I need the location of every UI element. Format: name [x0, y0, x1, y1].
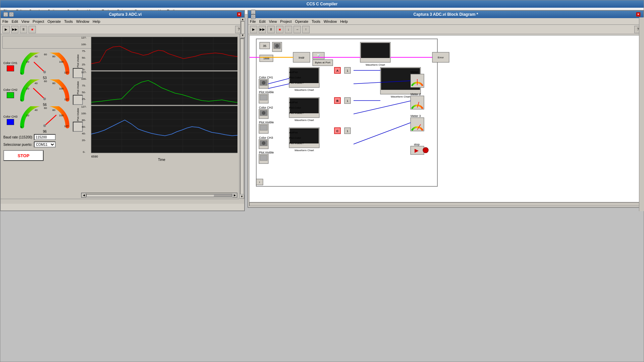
bd-minimize-btn[interactable]: _: [251, 10, 256, 14]
bd-scrollbar-h[interactable]: [249, 202, 642, 206]
fp-maximize-btn[interactable]: □: [9, 12, 14, 17]
bd-menu-view[interactable]: View: [269, 19, 277, 23]
bd-title: Captura 3 ADC.vi Block Diagram *: [414, 12, 478, 17]
fp-win-buttons: _ □: [3, 12, 14, 17]
bd-close-btn[interactable]: ✕: [636, 12, 641, 17]
svg-text:ActPlot: ActPlot: [289, 101, 298, 104]
svg-point-81: [275, 44, 279, 48]
bd-maximize-btn[interactable]: □: [251, 14, 256, 19]
svg-text:75-: 75-: [82, 50, 86, 53]
svg-text:20: 20: [26, 87, 29, 90]
fp-menubar: File Edit View Project Operate Tools Win…: [1, 18, 244, 25]
scroll-right-btn[interactable]: ▶: [232, 193, 237, 197]
scroll-left-btn[interactable]: ◀: [82, 193, 86, 197]
bd-pause-btn[interactable]: ⏸: [267, 26, 275, 33]
bd-menu-file[interactable]: File: [250, 19, 256, 23]
svg-point-26: [43, 124, 46, 127]
fp-run-cont-btn[interactable]: ▶▶: [11, 26, 18, 33]
fp-menu-project[interactable]: Project: [33, 19, 44, 23]
bd-win-buttons-left: _ □: [251, 10, 256, 19]
stop-button[interactable]: STOP: [3, 150, 44, 161]
bd-step-into-btn[interactable]: ↓: [285, 26, 292, 33]
color-ch2-box[interactable]: [7, 92, 14, 98]
svg-rect-76: [256, 39, 437, 186]
color-ch3-box[interactable]: [7, 119, 14, 125]
svg-text:20: 20: [26, 114, 29, 117]
bd-menu-edit[interactable]: Edit: [259, 19, 266, 23]
fp-menu-edit[interactable]: Edit: [12, 19, 18, 23]
fp-menu-view[interactable]: View: [21, 19, 30, 23]
fp-menu-help[interactable]: Help: [93, 19, 100, 23]
svg-text:100-: 100-: [81, 43, 87, 46]
svg-text:Plot.Color: Plot.Color: [289, 136, 301, 139]
fp-stop-btn[interactable]: ■: [29, 26, 36, 33]
bd-menu-operate[interactable]: Operate: [295, 19, 309, 23]
svg-line-172: [354, 101, 411, 114]
bd-menu-help[interactable]: Help: [340, 19, 348, 23]
svg-line-116: [268, 84, 289, 88]
svg-text:Meter: Meter: [411, 70, 418, 74]
svg-text:40: 40: [35, 82, 38, 85]
svg-text:Instr: Instr: [299, 56, 305, 59]
fp-minimize-btn[interactable]: _: [3, 12, 8, 17]
fp-scrollbar-h[interactable]: [1, 199, 239, 204]
port-select[interactable]: COM11: [34, 141, 56, 147]
chart-scrollbar-h[interactable]: ◀ ▶: [81, 193, 237, 198]
baud-rate-input[interactable]: [34, 134, 56, 140]
svg-text:Color CH2: Color CH2: [259, 106, 273, 109]
svg-point-8: [43, 71, 46, 73]
fp-scroll-icon: ▲: [241, 18, 244, 21]
svg-text:25-: 25-: [82, 98, 86, 101]
svg-text:60: 60: [44, 53, 47, 56]
svg-text:Waveform Chart: Waveform Chart: [294, 88, 314, 92]
svg-text:80: 80: [52, 109, 55, 112]
svg-text:Meter 2: Meter 2: [411, 93, 421, 96]
fp-run-btn[interactable]: ▶: [2, 26, 10, 33]
svg-text:stop: stop: [414, 143, 420, 146]
bd-win-buttons-right: ✕: [636, 12, 641, 17]
svg-text:35: 35: [263, 44, 266, 48]
bd-step-out-btn[interactable]: ↑: [302, 26, 310, 33]
v-scroll-track: [240, 39, 244, 194]
fp-scrollbar-mini[interactable]: ▲ ▼: [240, 17, 245, 38]
fp-close-btn[interactable]: ✕: [237, 12, 241, 17]
bd-menubar: File Edit View Project Operate Tools Win…: [248, 18, 643, 25]
svg-text:Plot.Visible?: Plot.Visible?: [289, 142, 304, 145]
color-ch1-box[interactable]: [7, 65, 14, 71]
bd-run-btn[interactable]: ▶: [250, 26, 257, 33]
svg-text:Error: Error: [438, 56, 444, 59]
svg-text:1: 1: [346, 69, 348, 72]
svg-text:50-: 50-: [82, 56, 86, 59]
baud-rate-row: Baud rate (115200): [3, 134, 56, 140]
svg-text:Waveform Chart: Waveform Chart: [294, 149, 314, 152]
fp-menu-tools[interactable]: Tools: [64, 19, 73, 23]
scroll-down-btn[interactable]: ▼: [240, 194, 244, 199]
bd-menu-tools[interactable]: Tools: [312, 19, 320, 23]
bd-stop-btn[interactable]: ■: [276, 26, 283, 33]
scroll-thumb[interactable]: [214, 194, 232, 196]
bd-menu-project[interactable]: Project: [280, 19, 291, 23]
fp-menu-operate[interactable]: Operate: [48, 19, 61, 23]
svg-text:Color CH3: Color CH3: [259, 136, 273, 139]
svg-text:20: 20: [26, 60, 29, 63]
fp-menu-file[interactable]: File: [2, 19, 8, 23]
fp-scrollbar-v[interactable]: ▲ ▼: [239, 34, 244, 199]
svg-text:80: 80: [52, 82, 55, 85]
color-ch3-label: Color CH3: [3, 115, 17, 125]
bd-menu-window[interactable]: Window: [324, 19, 337, 23]
svg-line-173: [354, 123, 411, 144]
bd-step-over-btn[interactable]: →: [293, 26, 301, 33]
fp-menu-window[interactable]: Window: [76, 19, 89, 23]
svg-line-25: [45, 115, 56, 126]
svg-text:0: 0: [20, 72, 22, 75]
bd-run-cont-btn[interactable]: ▶▶: [259, 26, 266, 33]
waveform-chart-area: 127- 100- 75- 50- 25- 0-: [81, 37, 237, 192]
svg-text:80: 80: [52, 55, 55, 58]
svg-text:127: 127: [64, 125, 69, 128]
bd-scrollbar-v[interactable]: [639, 17, 644, 211]
front-panel-window: _ □ Captura 3 ADC.vi ✕ File Edit View Pr…: [0, 10, 245, 211]
fp-pause-btn[interactable]: ⏸: [20, 26, 27, 33]
svg-line-7: [34, 62, 45, 72]
svg-text:Color CH1: Color CH1: [259, 76, 273, 79]
color-ch1-label: Color CH1: [3, 61, 17, 71]
